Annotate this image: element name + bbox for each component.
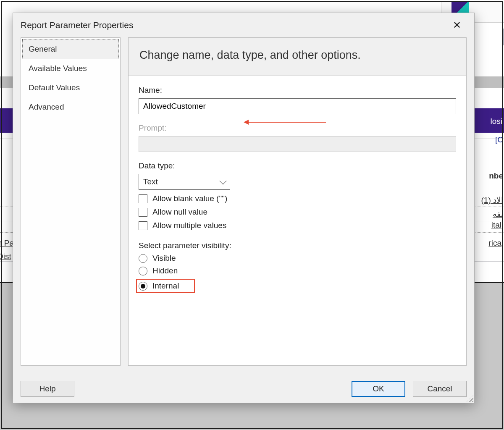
bg-text: (1) الاد bbox=[481, 195, 504, 205]
panel-general: Change name, data type, and other option… bbox=[128, 37, 467, 366]
radio-label: Internal bbox=[152, 281, 179, 291]
tab-default-values[interactable]: Default Values bbox=[23, 78, 118, 97]
close-button[interactable]: ✕ bbox=[447, 17, 467, 33]
datatype-label: Data type: bbox=[139, 161, 456, 170]
radio-label: Hidden bbox=[152, 266, 178, 275]
bg-text: [C bbox=[495, 135, 503, 144]
radio-icon bbox=[139, 254, 147, 263]
radio-label: Visible bbox=[152, 254, 176, 263]
tab-available-values[interactable]: Available Values bbox=[23, 59, 118, 78]
dialog-titlebar: Report Parameter Properties ✕ bbox=[13, 13, 474, 37]
prompt-label: Prompt: bbox=[139, 123, 456, 133]
datatype-select[interactable]: Text bbox=[139, 174, 230, 190]
bg-text: losi bbox=[490, 117, 502, 126]
checkbox-label: Allow null value bbox=[152, 207, 207, 217]
bg-text: nbe bbox=[489, 171, 503, 181]
name-input[interactable] bbox=[139, 98, 456, 114]
radio-icon bbox=[139, 282, 147, 291]
close-icon: ✕ bbox=[453, 19, 461, 31]
checkbox-allow-null[interactable]: Allow null value bbox=[139, 207, 456, 217]
prompt-input bbox=[139, 136, 456, 152]
dialog-tab-list: General Available Values Default Values … bbox=[21, 37, 121, 366]
name-label: Name: bbox=[139, 86, 456, 95]
checkbox-allow-multiple[interactable]: Allow multiple values bbox=[139, 221, 456, 230]
ok-button[interactable]: OK bbox=[352, 381, 405, 397]
bg-text: rica bbox=[488, 239, 501, 248]
panel-heading: Change name, data type, and other option… bbox=[129, 38, 466, 76]
radio-internal[interactable]: Internal bbox=[136, 279, 195, 293]
checkbox-label: Allow blank value ("") bbox=[152, 194, 227, 203]
chevron-down-icon bbox=[220, 178, 227, 185]
checkbox-icon bbox=[139, 221, 147, 230]
tab-advanced[interactable]: Advanced bbox=[23, 97, 118, 117]
dialog-title: Report Parameter Properties bbox=[21, 20, 133, 30]
checkbox-label: Allow multiple values bbox=[152, 221, 226, 230]
dialog-footer: Help OK Cancel bbox=[21, 381, 467, 397]
bg-big-letter: P bbox=[501, 23, 504, 51]
annotation-arrow-icon bbox=[246, 122, 326, 123]
checkbox-icon bbox=[139, 194, 147, 203]
datatype-value: Text bbox=[143, 177, 158, 186]
checkbox-allow-blank[interactable]: Allow blank value ("") bbox=[139, 194, 456, 203]
bg-text: ital bbox=[491, 220, 501, 230]
checkbox-icon bbox=[139, 208, 147, 217]
dialog-report-parameter-properties: Report Parameter Properties ✕ General Av… bbox=[13, 13, 475, 403]
bg-text: نفه bbox=[493, 209, 503, 219]
help-button[interactable]: Help bbox=[21, 381, 74, 397]
cancel-button[interactable]: Cancel bbox=[413, 381, 467, 397]
radio-hidden[interactable]: Hidden bbox=[139, 266, 456, 275]
radio-icon bbox=[139, 267, 147, 275]
bg-text: Dist bbox=[0, 252, 11, 261]
visibility-label: Select parameter visibility: bbox=[139, 241, 456, 250]
resize-grip-icon[interactable] bbox=[467, 395, 473, 402]
radio-visible[interactable]: Visible bbox=[139, 254, 456, 263]
tab-general[interactable]: General bbox=[22, 39, 119, 59]
